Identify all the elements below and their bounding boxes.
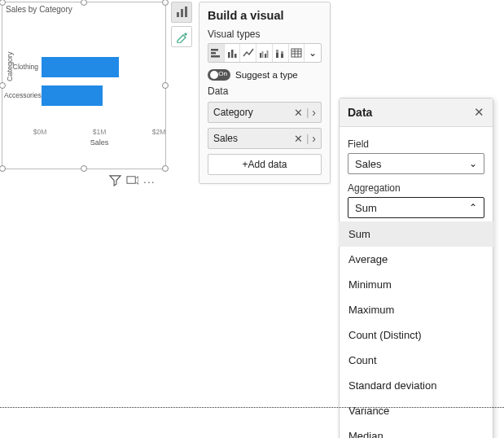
resize-handle[interactable] [162, 0, 169, 6]
bar-accessories: Accessories [42, 85, 103, 106]
svg-rect-7 [228, 52, 230, 58]
close-icon[interactable]: ✕ [474, 105, 484, 120]
visual-type-line[interactable] [240, 44, 256, 62]
svg-rect-18 [291, 49, 301, 57]
add-data-button[interactable]: +Add data [208, 154, 322, 175]
aggregation-option[interactable]: Count [339, 348, 493, 373]
resize-handle[interactable] [81, 165, 87, 172]
aggregation-label: Aggregation [348, 182, 484, 194]
visual-container[interactable]: Sales by Category Category Clothing Acce… [2, 2, 166, 169]
build-visual-panel: Build a visual Visual types ⌄ On Suggest… [199, 2, 331, 184]
svg-rect-4 [211, 49, 218, 51]
svg-rect-3 [185, 7, 187, 17]
visual-type-column[interactable] [225, 44, 241, 62]
visual-type-more[interactable]: ⌄ [305, 44, 321, 62]
svg-rect-11 [261, 51, 263, 58]
data-popup-title: Data [348, 106, 372, 119]
suggest-type-toggle[interactable]: On [208, 69, 230, 81]
canvas-boundary [0, 407, 504, 408]
aggregation-option[interactable]: Standard deviation [339, 373, 493, 398]
field-dropdown[interactable]: Sales ⌄ [348, 153, 484, 174]
visual-type-table[interactable] [289, 44, 305, 62]
focus-mode-icon[interactable] [126, 174, 138, 189]
visual-type-bar-h[interactable] [208, 44, 225, 62]
svg-rect-17 [281, 51, 283, 54]
suggest-type-label: Suggest a type [235, 70, 298, 80]
resize-handle[interactable] [0, 82, 6, 89]
data-section-label: Data [208, 85, 322, 97]
aggregation-option[interactable]: Sum [339, 221, 493, 247]
data-popup: Data ✕ Field Sales ⌄ Aggregation Sum ⌃ S… [339, 98, 493, 438]
svg-rect-12 [265, 54, 266, 58]
chart-body: Category Clothing Accessories $0M $1M $2… [6, 20, 162, 147]
field-menu-icon[interactable]: › [312, 106, 316, 119]
resize-handle[interactable] [0, 165, 6, 172]
aggregation-options: Sum Average Minimum Maximum Count (Disti… [339, 221, 493, 438]
svg-rect-10 [260, 53, 261, 58]
aggregation-option[interactable]: Count (Distinct) [339, 322, 493, 348]
field-label: Field [348, 138, 484, 150]
field-pill-category[interactable]: Category ✕ | › [208, 102, 322, 123]
bar-clothing: Clothing [42, 57, 119, 77]
visual-type-stacked[interactable] [273, 44, 289, 62]
visual-types-label: Visual types [208, 28, 322, 40]
panel-title: Build a visual [208, 9, 322, 22]
pane-tabs [171, 2, 194, 47]
x-axis: $0M $1M $2M Sales [40, 126, 159, 147]
remove-field-icon[interactable]: ✕ [294, 107, 303, 119]
svg-rect-1 [177, 12, 179, 17]
chevron-down-icon: ⌄ [309, 47, 317, 59]
svg-rect-8 [231, 50, 234, 58]
aggregation-dropdown[interactable]: Sum ⌃ [348, 197, 484, 218]
svg-rect-9 [234, 54, 237, 58]
resize-handle[interactable] [162, 165, 169, 172]
remove-field-icon[interactable]: ✕ [294, 133, 303, 145]
visual-type-clustered[interactable] [256, 44, 273, 62]
x-axis-label: Sales [90, 138, 109, 147]
chevron-up-icon: ⌃ [469, 202, 477, 213]
aggregation-option[interactable]: Maximum [339, 297, 493, 322]
visual-toolbar: ··· [109, 174, 156, 189]
more-options-icon[interactable]: ··· [143, 177, 156, 186]
svg-rect-6 [211, 55, 220, 58]
aggregation-option[interactable]: Minimum [339, 272, 493, 297]
svg-rect-2 [181, 9, 183, 17]
aggregation-option[interactable]: Median [339, 423, 493, 438]
svg-rect-13 [266, 50, 268, 58]
format-visual-tab[interactable] [171, 26, 192, 47]
aggregation-option[interactable]: Average [339, 247, 493, 272]
svg-rect-15 [276, 50, 278, 53]
field-menu-icon[interactable]: › [312, 132, 316, 145]
resize-handle[interactable] [162, 82, 169, 89]
chevron-down-icon: ⌄ [469, 158, 477, 169]
svg-rect-5 [211, 52, 216, 55]
visual-types-row: ⌄ [208, 43, 322, 63]
svg-rect-0 [127, 177, 135, 183]
field-pill-sales[interactable]: Sales ✕ | › [208, 128, 322, 149]
suggest-type-row: On Suggest a type [208, 69, 322, 81]
filter-icon[interactable] [109, 174, 121, 189]
aggregation-option[interactable]: Variance [339, 398, 493, 423]
build-visual-tab[interactable] [171, 2, 192, 23]
